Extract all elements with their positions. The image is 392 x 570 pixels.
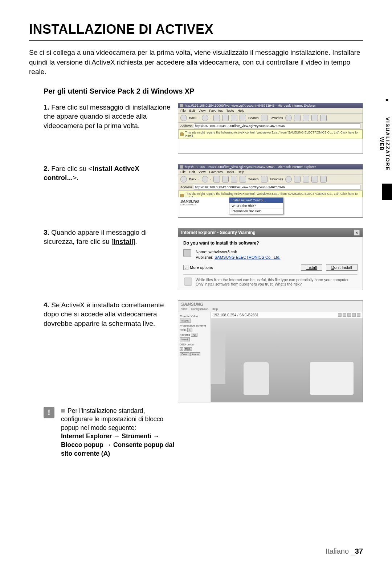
mail-icon[interactable]	[294, 115, 301, 121]
history-icon[interactable]	[285, 176, 292, 183]
ie-content-area	[178, 139, 363, 153]
mail-icon[interactable]	[294, 176, 301, 183]
whats-the-risk-link[interactable]: What's the risk?	[275, 282, 302, 286]
edit-icon[interactable]	[311, 176, 318, 183]
favorites-icon[interactable]	[261, 115, 268, 121]
favorites-icon[interactable]	[261, 176, 268, 183]
invert-button[interactable]: Invert	[180, 337, 190, 341]
more-options[interactable]: More options	[190, 265, 213, 270]
software-icon	[183, 249, 191, 257]
search-icon[interactable]	[240, 176, 246, 183]
tool-icon[interactable]	[338, 313, 342, 317]
shield-icon	[180, 194, 184, 197]
ie-toolbar: Back· · Search Favorites	[178, 114, 363, 123]
dialog-title: Internet Explorer - Security Warning	[181, 230, 256, 235]
step-3-text: 3. Quando appare il messaggio di sicurez…	[44, 228, 178, 246]
codec-select[interactable]: M-jpeg	[180, 319, 191, 323]
step-2-text: 2. Fare clic su <Install ActiveX control…	[44, 164, 178, 183]
software-name: webviewer3.cab	[208, 250, 237, 254]
edit-icon[interactable]	[311, 115, 318, 121]
ie-menubar: FileEditViewFavoritesToolsHelp	[178, 108, 363, 114]
stop-icon[interactable]	[213, 176, 220, 183]
ie-page-icon	[180, 165, 183, 169]
dont-install-button[interactable]: Don't Install	[326, 264, 358, 271]
ie-screenshot-1: http://192.168.0.254:10000/live_view.cgi…	[178, 103, 363, 154]
tool-icon[interactable]	[357, 313, 360, 317]
color-button[interactable]: Color	[180, 352, 189, 356]
back-icon[interactable]	[180, 115, 187, 121]
messenger-icon[interactable]	[320, 176, 327, 183]
samsung-logo: SAMSUNG	[181, 302, 203, 307]
bullet-icon	[61, 409, 65, 413]
info-bar[interactable]: This site might require the following Ac…	[178, 130, 363, 139]
forward-icon[interactable]	[202, 115, 208, 121]
search-icon[interactable]	[240, 115, 246, 121]
install-button[interactable]: Install	[301, 264, 322, 271]
live-sidebar: Remote Video M-jpeg Progressive scheme R…	[178, 312, 211, 402]
home-icon[interactable]	[231, 176, 237, 183]
tool-icon[interactable]	[352, 313, 356, 317]
menu-install-activex[interactable]: Install ActiveX Control...	[229, 198, 283, 203]
alarm-button[interactable]: Alarm	[190, 352, 200, 356]
camera-url: 192.168.0.254 / SNC-B2331	[213, 313, 259, 317]
title-divider	[29, 40, 363, 41]
tool-icon[interactable]	[343, 313, 346, 317]
ie-screenshot-2: http://192.168.0.254:10000/live_view.cgi…	[178, 164, 363, 218]
live-view-screenshot: SAMSUNG View Configuration Help Remote V…	[178, 300, 363, 402]
warning-text: While files from the Internet can be use…	[196, 278, 350, 286]
xp-subheading: Per gli utenti Service Pack 2 di Windows…	[44, 87, 363, 95]
dialog-question: Do you want to install this software?	[183, 241, 358, 246]
live-menu-view[interactable]: View	[181, 307, 187, 311]
note-body: Per l'installazione standard, configurar…	[61, 407, 178, 458]
refresh-icon[interactable]	[222, 115, 229, 121]
chevron-down-icon[interactable]: ⌄	[183, 265, 188, 270]
page-title: INSTALLAZIONE DI ACTIVEX	[29, 22, 363, 37]
step-4-text: 4. Se ActiveX è installato correttamente…	[44, 300, 178, 328]
ie-title: http://192.168.0.254:10000/live_view.cgi…	[185, 104, 316, 107]
live-menu-config[interactable]: Configuration	[191, 307, 208, 311]
ie-page-icon	[180, 104, 183, 107]
address-input[interactable]	[194, 123, 360, 128]
history-icon[interactable]	[285, 115, 292, 121]
shield-icon	[184, 278, 192, 286]
refresh-icon[interactable]	[222, 176, 229, 183]
step-1-text: 1. Fare clic sul messaggio di installazi…	[44, 103, 178, 131]
info-bar-context-menu: Install ActiveX Control... What's the Ri…	[229, 197, 283, 214]
live-video-feed	[211, 319, 363, 402]
page-footer: Italiano _37	[326, 547, 363, 555]
tool-icon[interactable]	[347, 313, 351, 317]
print-icon[interactable]	[303, 176, 309, 183]
nav-arrows[interactable]: ◄■►	[180, 347, 209, 351]
live-menu-help[interactable]: Help	[212, 307, 218, 311]
security-warning-dialog: Internet Explorer - Security Warning × D…	[178, 228, 363, 290]
address-input[interactable]	[194, 185, 360, 190]
stop-icon[interactable]	[213, 115, 220, 121]
side-tab-label: VISUALIZZATORE WEB	[382, 104, 392, 184]
menu-whats-risk[interactable]: What's the Risk?	[229, 203, 283, 209]
menu-info-bar-help[interactable]: Information Bar Help	[229, 209, 283, 214]
side-tab: ● VISUALIZZATORE WEB	[382, 95, 392, 200]
note-icon: !	[44, 407, 54, 418]
home-icon[interactable]	[231, 115, 237, 121]
print-icon[interactable]	[303, 115, 309, 121]
samsung-logo: SAMSUNG ELECTRONICS	[180, 200, 199, 206]
close-icon[interactable]: ×	[354, 230, 360, 235]
intro-paragraph: Se ci si collega a una videocamera per l…	[29, 48, 363, 77]
shield-icon	[180, 132, 184, 136]
forward-icon[interactable]	[202, 176, 208, 183]
publisher-link[interactable]: SAMSUNG ELECTRONICS Co., Ltd.	[215, 255, 281, 259]
back-icon[interactable]	[180, 176, 187, 183]
messenger-icon[interactable]	[320, 115, 327, 121]
address-label: Address	[180, 124, 192, 128]
